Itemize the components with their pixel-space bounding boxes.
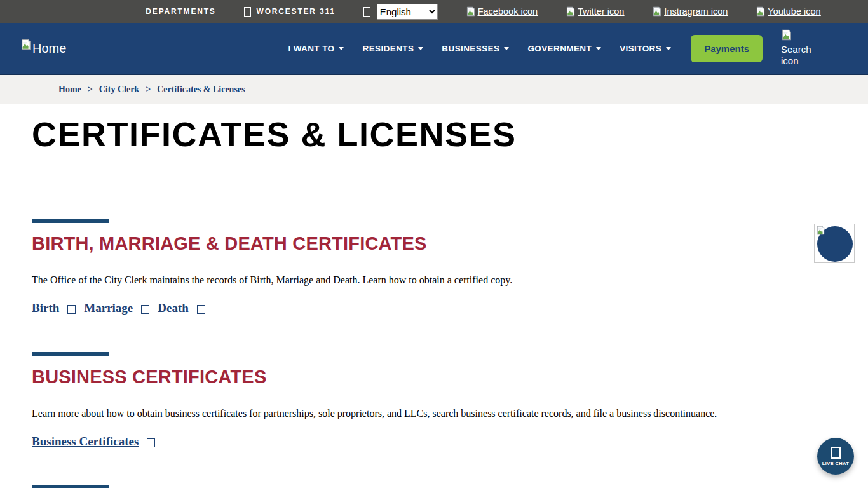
breadcrumb: Home > City Clerk > Certificates & Licen… (0, 75, 868, 104)
breadcrumb-separator: > (88, 85, 93, 95)
section-heading: BUSINESS CERTIFICATES (32, 367, 836, 388)
section-accent-bar (32, 219, 109, 223)
arrow-icon (67, 305, 76, 314)
globe-icon (363, 7, 370, 17)
broken-image-icon (466, 6, 476, 17)
section-accent-bar (32, 485, 109, 488)
instagram-link[interactable]: Instragram icon (652, 6, 728, 17)
section-accent-bar (32, 352, 109, 356)
language-switcher: English (363, 4, 438, 20)
broken-image-icon (756, 6, 766, 17)
home-logo-link[interactable]: Home (20, 41, 66, 56)
section-heading: BIRTH, MARRIAGE & DEATH CERTIFICATES (32, 233, 836, 254)
worcester-311-label: WORCESTER 311 (257, 7, 336, 16)
facebook-link[interactable]: Facebook icon (466, 6, 538, 17)
youtube-link-label: Youtube icon (768, 6, 820, 17)
section-business-certificates: BUSINESS CERTIFICATES Learn more about h… (32, 352, 836, 449)
birth-link[interactable]: Birth (32, 301, 59, 315)
departments-label: DEPARTMENTS (146, 7, 215, 16)
departments-link[interactable]: DEPARTMENTS (146, 7, 215, 16)
search-label: Search icon (781, 44, 811, 67)
nav-item-government[interactable]: GOVERNMENT (527, 44, 601, 53)
breadcrumb-home[interactable]: Home (58, 85, 81, 95)
twitter-link[interactable]: Twitter icon (566, 6, 624, 17)
youtube-link[interactable]: Youtube icon (756, 6, 820, 17)
broken-image-icon (652, 6, 662, 17)
page-title: CERTIFICATES & LICENSES (32, 117, 836, 151)
breadcrumb-separator: > (146, 85, 151, 95)
instagram-link-label: Instragram icon (664, 6, 728, 17)
section-next-partial (32, 485, 836, 488)
section-paragraph: The Office of the City Clerk maintains t… (32, 274, 836, 286)
death-link[interactable]: Death (158, 301, 189, 315)
broken-image-icon (816, 226, 825, 235)
facebook-link-label: Facebook icon (478, 6, 538, 17)
chat-icon (831, 447, 841, 459)
chevron-down-icon (339, 47, 344, 50)
home-logo-label: Home (32, 41, 66, 56)
search-icon (781, 29, 792, 41)
arrow-icon (147, 438, 155, 447)
arrow-icon (197, 305, 205, 314)
broken-image-icon (20, 39, 32, 50)
nav-item-residents[interactable]: RESIDENTS (362, 44, 423, 53)
live-chat-button[interactable]: LIVE CHAT (817, 438, 854, 475)
search-button[interactable]: Search icon (781, 29, 815, 67)
marriage-link[interactable]: Marriage (84, 301, 133, 315)
phone-icon (244, 7, 251, 17)
chevron-down-icon (418, 47, 423, 50)
nav-item-i-want-to[interactable]: I WANT TO (288, 44, 344, 53)
live-chat-label: LIVE CHAT (822, 461, 850, 466)
main-navbar: Home I WANT TO RESIDENTS BUSINESSES GOVE… (0, 23, 868, 75)
worcester-311-link[interactable]: WORCESTER 311 (244, 7, 336, 17)
business-certificates-link[interactable]: Business Certificates (32, 435, 139, 449)
nav-menu: I WANT TO RESIDENTS BUSINESSES GOVERNMEN… (288, 29, 815, 67)
section-birth-marriage-death: BIRTH, MARRIAGE & DEATH CERTIFICATES The… (32, 219, 836, 315)
nav-item-businesses[interactable]: BUSINESSES (442, 44, 509, 53)
payments-button[interactable]: Payments (691, 35, 763, 62)
accessibility-widget[interactable] (814, 224, 855, 263)
chevron-down-icon (596, 47, 601, 50)
broken-image-icon (566, 6, 576, 17)
section-links: Business Certificates (32, 435, 836, 449)
nav-item-visitors[interactable]: VISITORS (620, 44, 671, 53)
chevron-down-icon (504, 47, 509, 50)
utility-bar: DEPARTMENTS WORCESTER 311 English Facebo… (0, 0, 868, 23)
section-paragraph: Learn more about how to obtain business … (32, 408, 836, 419)
twitter-link-label: Twitter icon (578, 6, 624, 17)
page-content: CERTIFICATES & LICENSES BIRTH, MARRIAGE … (0, 117, 868, 488)
language-select[interactable]: English (377, 4, 438, 20)
breadcrumb-city-clerk[interactable]: City Clerk (99, 85, 139, 95)
chevron-down-icon (666, 47, 671, 50)
arrow-icon (141, 305, 149, 314)
breadcrumb-current: Certificates & Licenses (157, 85, 245, 95)
section-links: Birth Marriage Death (32, 301, 836, 315)
